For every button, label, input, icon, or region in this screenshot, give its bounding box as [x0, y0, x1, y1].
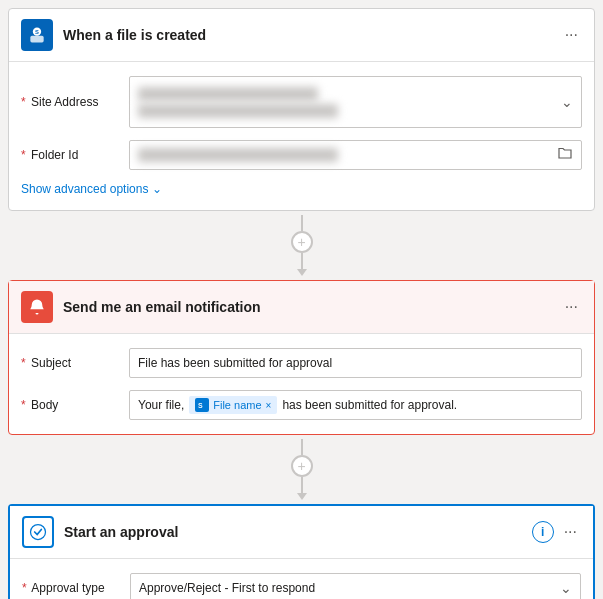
approval-card: Start an approval i ··· * Approval type …	[8, 504, 595, 599]
site-address-label: * Site Address	[21, 95, 121, 109]
connector-line-bottom-1	[301, 253, 303, 269]
approval-type-chevron[interactable]: ⌄	[560, 580, 572, 596]
email-card: Send me an email notification ··· * Subj…	[8, 280, 595, 435]
site-address-value-line2	[138, 104, 338, 118]
subject-row: * Subject File has been submitted for ap…	[21, 342, 582, 384]
folder-id-label: * Folder Id	[21, 148, 121, 162]
body-label: * Body	[21, 398, 121, 412]
sharepoint-icon: S	[21, 19, 53, 51]
show-advanced-options[interactable]: Show advanced options ⌄	[21, 176, 582, 202]
show-advanced-chevron: ⌄	[152, 182, 162, 196]
email-icon	[21, 291, 53, 323]
site-address-row: * Site Address ⌄	[21, 70, 582, 134]
svg-text:S: S	[198, 402, 203, 409]
svg-text:S: S	[35, 29, 39, 35]
token-text: File name	[213, 399, 261, 411]
site-address-field[interactable]: ⌄	[129, 76, 582, 128]
approval-info-button[interactable]: i	[532, 521, 554, 543]
approval-icon	[22, 516, 54, 548]
folder-id-field[interactable]	[129, 140, 582, 170]
email-card-menu: ···	[561, 296, 582, 318]
approval-type-label: * Approval type	[22, 581, 122, 595]
subject-field[interactable]: File has been submitted for approval	[129, 348, 582, 378]
svg-rect-1	[30, 36, 43, 43]
approval-type-value: Approve/Reject - First to respond	[139, 581, 315, 595]
connector-line-bottom-2	[301, 477, 303, 493]
approval-card-menu: i ···	[532, 521, 581, 543]
show-advanced-label: Show advanced options	[21, 182, 148, 196]
site-address-chevron[interactable]: ⌄	[561, 94, 573, 110]
email-more-button[interactable]: ···	[561, 296, 582, 318]
approval-card-title: Start an approval	[64, 524, 522, 540]
approval-type-row: * Approval type Approve/Reject - First t…	[22, 567, 581, 599]
site-address-value-line1	[138, 87, 318, 101]
body-prefix: Your file,	[138, 398, 184, 412]
email-card-title: Send me an email notification	[63, 299, 551, 315]
folder-browse-icon[interactable]	[557, 146, 573, 165]
connector-plus-2[interactable]: +	[291, 455, 313, 477]
connector-2: +	[8, 435, 595, 504]
email-card-body: * Subject File has been submitted for ap…	[9, 334, 594, 434]
connector-line-top-1	[301, 215, 303, 231]
connector-plus-1[interactable]: +	[291, 231, 313, 253]
approval-type-field[interactable]: Approve/Reject - First to respond ⌄	[130, 573, 581, 599]
folder-id-row: * Folder Id	[21, 134, 582, 176]
connector-arrow-2	[297, 493, 307, 500]
svg-point-4	[31, 525, 46, 540]
approval-card-header: Start an approval i ···	[10, 506, 593, 559]
approval-more-button[interactable]: ···	[560, 521, 581, 543]
email-card-header: Send me an email notification ···	[9, 281, 594, 334]
connector-arrow-1	[297, 269, 307, 276]
body-row: * Body Your file, S File name × ha	[21, 384, 582, 426]
body-file-name-token: S File name ×	[189, 396, 277, 414]
token-close-icon[interactable]: ×	[266, 400, 272, 411]
sharepoint-card: S When a file is created ··· * Site Addr…	[8, 8, 595, 211]
body-field[interactable]: Your file, S File name × has been submit…	[129, 390, 582, 420]
sharepoint-card-menu: ···	[561, 24, 582, 46]
connector-1: +	[8, 211, 595, 280]
connector-line-top-2	[301, 439, 303, 455]
body-suffix: has been submitted for approval.	[282, 398, 457, 412]
token-sp-icon: S	[195, 398, 209, 412]
sharepoint-more-button[interactable]: ···	[561, 24, 582, 46]
approval-card-body: * Approval type Approve/Reject - First t…	[10, 559, 593, 599]
folder-id-value	[138, 148, 338, 162]
sharepoint-card-title: When a file is created	[63, 27, 551, 43]
sharepoint-card-body: * Site Address ⌄ * F	[9, 62, 594, 210]
subject-label: * Subject	[21, 356, 121, 370]
sharepoint-card-header: S When a file is created ···	[9, 9, 594, 62]
subject-value: File has been submitted for approval	[138, 356, 332, 370]
